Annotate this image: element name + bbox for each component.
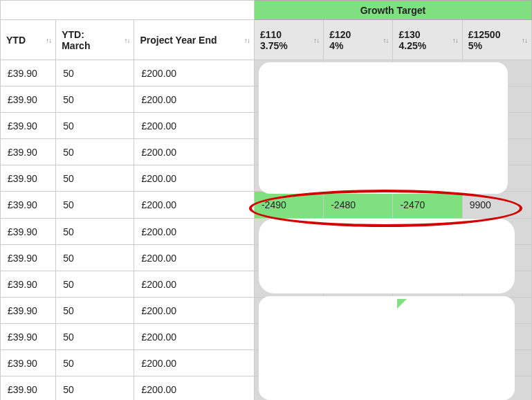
growth-rate: 4% (329, 40, 387, 51)
cell-project-year-end: £200.00 (134, 219, 254, 245)
growth-target-header: Growth Target (254, 1, 531, 20)
col-header-label: YTD: (62, 29, 128, 40)
cell-project-year-end: £200.00 (134, 298, 254, 324)
growth-rate: 3.75% (260, 40, 318, 51)
cell-ytd: £39.90 (1, 271, 56, 298)
col-header-growth-0[interactable]: £110 3.75% ↑↓ (254, 20, 323, 60)
growth-rate: 4.25% (398, 40, 456, 51)
cell-growth: 9900 (462, 192, 531, 219)
sort-icon[interactable]: ↑↓ (452, 36, 458, 44)
table-wrap: { "header": { "growth_target_label": "Gr… (0, 0, 532, 400)
growth-target-label: Growth Target (360, 5, 426, 16)
whiteout-mask (259, 62, 508, 194)
cell-project-year-end: £200.00 (134, 324, 254, 350)
cell-growth-value: -2480 (324, 192, 363, 218)
cell-ytd-march: 50 (56, 245, 134, 271)
cell-ytd-march: 50 (56, 165, 134, 192)
col-header-ytd[interactable]: YTD ↑↓ (1, 20, 56, 60)
growth-amount: £120 (329, 29, 387, 40)
whiteout-mask (259, 219, 515, 293)
col-header-project-year-end[interactable]: Project Year End ↑↓ (134, 20, 254, 60)
whiteout-mask (259, 296, 515, 400)
sort-icon[interactable]: ↑↓ (46, 36, 51, 44)
col-header-label: YTD (6, 35, 26, 46)
cell-ytd: £39.90 (1, 113, 56, 139)
cell-ytd: £39.90 (1, 376, 56, 401)
cell-ytd: £39.90 (1, 350, 56, 376)
cell-project-year-end: £200.00 (134, 165, 254, 192)
cell-project-year-end: £200.00 (134, 139, 254, 165)
cell-project-year-end: £200.00 (134, 350, 254, 376)
cell-ytd: £39.90 (1, 139, 56, 165)
header-left-spacer (1, 1, 255, 20)
cell-ytd-march: 50 (56, 350, 134, 376)
col-header-ytd-march[interactable]: YTD: March ↑↓ (56, 20, 134, 60)
growth-amount: £110 (260, 29, 318, 40)
sort-icon[interactable]: ↑↓ (124, 36, 129, 44)
sort-icon[interactable]: ↑↓ (522, 36, 527, 44)
cell-project-year-end: £200.00 (134, 60, 254, 87)
cell-ytd-march: 50 (56, 87, 134, 113)
growth-amount: £130 (398, 29, 456, 40)
cell-ytd: £39.90 (1, 298, 56, 324)
col-header-growth-3[interactable]: £12500 5% ↑↓ (462, 20, 531, 60)
cell-project-year-end: £200.00 (134, 87, 254, 113)
cell-ytd: £39.90 (1, 192, 56, 219)
cell-growth: -2480 (324, 192, 393, 219)
sort-icon[interactable]: ↑↓ (313, 36, 319, 44)
cell-ytd-march: 50 (56, 271, 134, 298)
col-header-label: Project Year End (140, 35, 217, 46)
cell-ytd-march: 50 (56, 192, 134, 219)
cell-ytd-march: 50 (56, 324, 134, 350)
col-header-label: March (62, 40, 128, 51)
cell-project-year-end: £200.00 (134, 376, 254, 401)
cell-ytd: £39.90 (1, 219, 56, 245)
cell-growth: -2490 (254, 192, 323, 219)
cell-ytd-march: 50 (56, 298, 134, 324)
cell-ytd: £39.90 (1, 165, 56, 192)
sort-icon[interactable]: ↑↓ (244, 36, 250, 44)
cell-ytd: £39.90 (1, 60, 56, 87)
cell-ytd: £39.90 (1, 245, 56, 271)
sort-icon[interactable]: ↑↓ (383, 36, 388, 44)
cell-growth-value: -2490 (255, 192, 293, 218)
cell-ytd-march: 50 (56, 60, 134, 87)
cell-ytd-march: 50 (56, 376, 134, 401)
cell-growth-value: 9900 (463, 192, 498, 218)
cell-project-year-end: £200.00 (134, 245, 254, 271)
cell-ytd: £39.90 (1, 324, 56, 350)
cell-ytd: £39.90 (1, 87, 56, 113)
cell-project-year-end: £200.00 (134, 113, 254, 139)
cell-growth-value: -2470 (393, 192, 432, 218)
cell-growth: -2470 (393, 192, 462, 219)
growth-amount: £12500 (468, 29, 526, 40)
col-header-growth-2[interactable]: £130 4.25% ↑↓ (393, 20, 462, 60)
cell-ytd-march: 50 (56, 139, 134, 165)
cell-project-year-end: £200.00 (134, 271, 254, 298)
cell-ytd-march: 50 (56, 219, 134, 245)
growth-rate: 5% (468, 40, 526, 51)
cell-ytd-march: 50 (56, 113, 134, 139)
table-row: £39.9050£200.00-2490-2480-24709900 (1, 192, 532, 219)
col-header-growth-1[interactable]: £120 4% ↑↓ (324, 20, 393, 60)
cell-project-year-end: £200.00 (134, 192, 254, 219)
